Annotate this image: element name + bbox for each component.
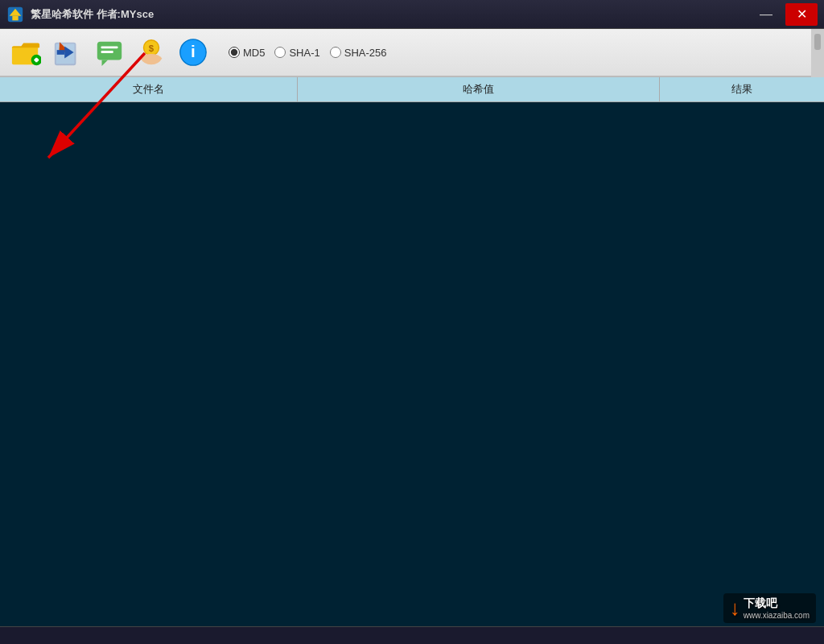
import-icon [52,37,83,68]
download-icon: ↓ [730,596,740,621]
import-button[interactable] [48,33,87,72]
info-icon: i [178,37,208,68]
table-header: 文件名 哈希值 结果 [0,77,824,102]
add-file-button[interactable] [6,33,45,72]
title-controls: — ✕ [750,3,818,26]
watermark-text: 下载吧 www.xiazaiba.com [744,597,810,620]
svg-rect-11 [97,42,122,60]
svg-rect-14 [101,51,113,53]
svg-rect-6 [35,58,38,63]
radio-md5[interactable]: MD5 [229,47,265,59]
statusbar [0,626,824,644]
svg-marker-12 [102,60,109,67]
svg-text:$: $ [149,43,154,53]
radio-sha256[interactable]: SHA-256 [330,47,387,59]
col-filename: 文件名 [0,77,298,101]
toolbar-scrollbar[interactable] [811,29,824,77]
app-logo-icon [6,6,24,23]
export-button[interactable] [90,33,129,72]
radio-sha1[interactable]: SHA-1 [274,47,319,59]
radio-md5-input[interactable] [229,47,240,58]
verify-button[interactable]: $ [132,33,171,72]
title-text: 繁星哈希软件 作者:MYsce [31,7,154,22]
watermark: ↓ 下载吧 www.xiazaiba.com [723,593,816,623]
close-button[interactable]: ✕ [785,3,818,26]
export-icon [94,37,125,68]
title-bar: 繁星哈希软件 作者:MYsce — ✕ [0,0,824,29]
col-hash: 哈希值 [298,77,660,101]
radio-sha1-input[interactable] [274,47,286,58]
add-file-icon [10,37,41,68]
svg-rect-2 [12,15,18,20]
radio-sha1-label: SHA-1 [289,47,319,59]
table-body [0,102,824,630]
file-table: 文件名 哈希值 结果 [0,77,824,630]
minimize-button[interactable]: — [750,3,782,26]
toolbar: $ i MD5 SHA-1 SHA-256 [0,29,824,77]
svg-rect-10 [57,50,65,55]
verify-icon: $ [136,37,167,68]
title-left: 繁星哈希软件 作者:MYsce [6,6,154,23]
col-result: 结果 [660,77,824,101]
radio-sha256-label: SHA-256 [344,47,387,59]
radio-sha256-input[interactable] [330,47,341,58]
svg-rect-13 [101,46,118,48]
info-button[interactable]: i [174,33,212,72]
svg-text:i: i [191,42,196,60]
hash-algorithm-selector: MD5 SHA-1 SHA-256 [229,47,387,59]
radio-md5-label: MD5 [243,47,265,59]
